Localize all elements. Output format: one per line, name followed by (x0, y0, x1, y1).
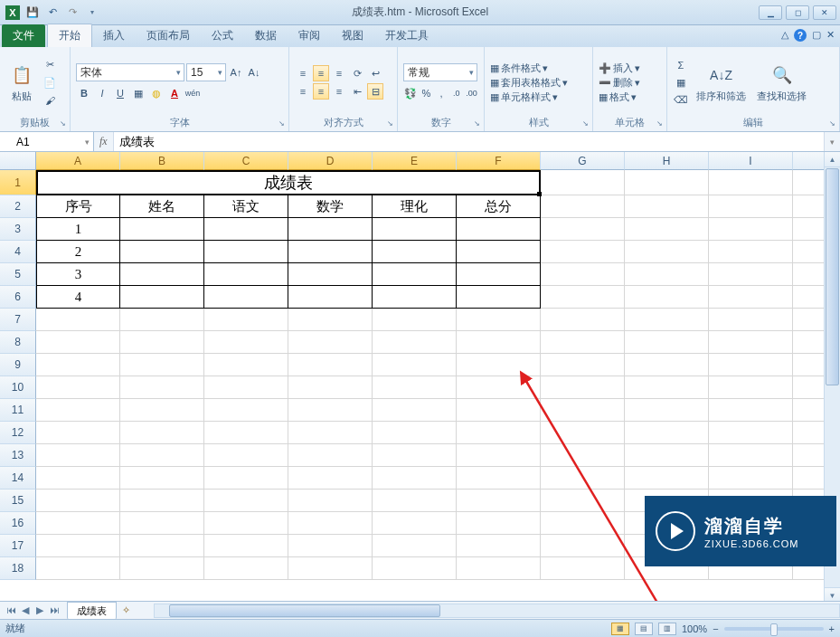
cell-F6[interactable] (457, 286, 541, 309)
align-middle-icon[interactable]: ≡ (313, 65, 329, 81)
cell-G18[interactable] (541, 557, 625, 580)
cut-icon[interactable]: ✂ (42, 56, 58, 72)
cell-B18[interactable] (120, 557, 204, 580)
cell-A8[interactable] (36, 331, 120, 354)
cell-C9[interactable] (204, 354, 288, 376)
decrease-indent-icon[interactable]: ⇤ (349, 83, 365, 100)
redo-icon[interactable]: ↷ (65, 5, 80, 20)
cell-H11[interactable] (625, 399, 709, 422)
cell-F12[interactable] (457, 422, 541, 444)
cell-C18[interactable] (204, 557, 288, 580)
cell-B10[interactable] (120, 376, 204, 399)
cell-F8[interactable] (457, 331, 541, 354)
sheet-tab[interactable]: 成绩表 (67, 602, 117, 620)
row-header-3[interactable]: 3 (0, 218, 36, 241)
cell-C11[interactable] (204, 399, 288, 422)
cell-D14[interactable] (288, 467, 373, 490)
cell-A9[interactable] (36, 354, 120, 376)
phonetic-icon[interactable]: wén (184, 85, 201, 101)
scroll-up-icon[interactable]: ▲ (825, 152, 840, 167)
cell-B5[interactable] (120, 263, 204, 286)
formula-input[interactable]: 成绩表 (113, 132, 824, 151)
row-header-16[interactable]: 16 (0, 512, 36, 535)
cell-D13[interactable] (288, 444, 373, 467)
cell-H1[interactable] (625, 170, 709, 195)
horizontal-scrollbar[interactable] (154, 604, 840, 618)
cell-B7[interactable] (120, 309, 204, 331)
cell-I10[interactable] (709, 376, 793, 399)
column-header-A[interactable]: A (36, 152, 120, 170)
cell-C15[interactable] (204, 490, 288, 512)
cell-F14[interactable] (457, 467, 541, 490)
cell-H6[interactable] (625, 286, 709, 309)
cell-B6[interactable] (120, 286, 204, 309)
cell-A5[interactable]: 3 (36, 263, 120, 286)
delete-cells-button[interactable]: ➖ 删除 ▾ (599, 76, 661, 90)
autosum-icon[interactable]: Σ (673, 57, 689, 73)
column-header-B[interactable]: B (120, 152, 204, 170)
row-header-9[interactable]: 9 (0, 354, 36, 376)
cell-D16[interactable] (288, 512, 373, 535)
zoom-out-icon[interactable]: − (713, 623, 718, 634)
tab-review[interactable]: 审阅 (288, 24, 331, 47)
row-header-15[interactable]: 15 (0, 490, 36, 512)
cell-C10[interactable] (204, 376, 288, 399)
minimize-ribbon-icon[interactable]: △ (781, 29, 788, 42)
cell-D15[interactable] (288, 490, 373, 512)
cell-A2[interactable]: 序号 (36, 195, 120, 218)
find-select-button[interactable]: 🔍 查找和选择 (753, 51, 810, 114)
cell-I14[interactable] (709, 467, 793, 490)
cell-F15[interactable] (457, 490, 541, 512)
font-family-combo[interactable]: 宋体 (76, 63, 184, 81)
page-layout-view-icon[interactable]: ▤ (635, 623, 653, 635)
percent-icon[interactable]: % (420, 85, 433, 101)
column-header-D[interactable]: D (288, 152, 373, 170)
cell-C2[interactable]: 语文 (204, 195, 288, 218)
cell-H13[interactable] (625, 444, 709, 467)
row-header-12[interactable]: 12 (0, 422, 36, 444)
cell-A16[interactable] (36, 512, 120, 535)
conditional-format-button[interactable]: ▦ 条件格式 ▾ (490, 62, 587, 75)
cell-F5[interactable] (457, 263, 541, 286)
cell-D11[interactable] (288, 399, 373, 422)
column-header-H[interactable]: H (625, 152, 709, 170)
fx-icon[interactable]: fx (99, 135, 108, 148)
cell-G17[interactable] (541, 535, 625, 557)
cell-E5[interactable] (373, 263, 457, 286)
cell-G14[interactable] (541, 467, 625, 490)
row-header-5[interactable]: 5 (0, 263, 36, 286)
cell-styles-button[interactable]: ▦ 单元格样式 ▾ (490, 90, 587, 104)
cell-B15[interactable] (120, 490, 204, 512)
format-painter-icon[interactable]: 🖌 (42, 92, 58, 109)
vscroll-thumb[interactable] (826, 168, 839, 385)
orientation-icon[interactable]: ⟳ (349, 65, 365, 81)
page-break-view-icon[interactable]: ▥ (658, 623, 676, 635)
cell-H9[interactable] (625, 354, 709, 376)
format-cells-button[interactable]: ▦ 格式 ▾ (599, 90, 661, 104)
cell-A18[interactable] (36, 557, 120, 580)
cell-D7[interactable] (288, 309, 373, 331)
cell-E7[interactable] (373, 309, 457, 331)
cell-E8[interactable] (373, 331, 457, 354)
cell-I8[interactable] (709, 331, 793, 354)
row-header-17[interactable]: 17 (0, 535, 36, 557)
row-header-4[interactable]: 4 (0, 241, 36, 263)
cell-D9[interactable] (288, 354, 373, 376)
cell-A14[interactable] (36, 467, 120, 490)
cell-G7[interactable] (541, 309, 625, 331)
cell-A13[interactable] (36, 444, 120, 467)
normal-view-icon[interactable]: ▦ (611, 623, 629, 635)
cell-E2[interactable]: 理化 (373, 195, 457, 218)
format-as-table-button[interactable]: ▦ 套用表格格式 ▾ (490, 76, 587, 90)
sheet-last-icon[interactable]: ⏭ (47, 604, 61, 616)
cell-F16[interactable] (457, 512, 541, 535)
cell-G10[interactable] (541, 376, 625, 399)
cell-C14[interactable] (204, 467, 288, 490)
cell-H14[interactable] (625, 467, 709, 490)
cell-C6[interactable] (204, 286, 288, 309)
cell-E16[interactable] (373, 512, 457, 535)
paste-button[interactable]: 📋 粘贴 (5, 51, 38, 114)
cell-I9[interactable] (709, 354, 793, 376)
column-header-F[interactable]: F (457, 152, 541, 170)
column-header-G[interactable]: G (541, 152, 625, 170)
